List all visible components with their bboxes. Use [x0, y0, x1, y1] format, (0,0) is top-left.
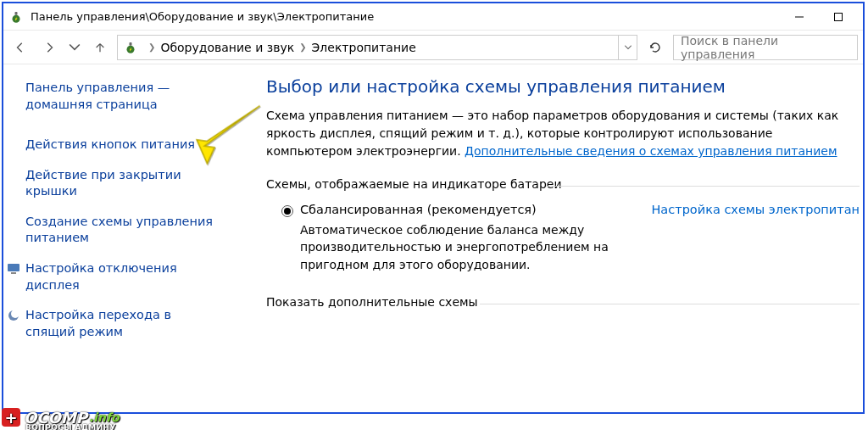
breadcrumb[interactable]: ❯ Оборудование и звук ❯ Электропитание: [117, 35, 637, 60]
content-area: Панель управления — домашняя страница Де…: [3, 64, 863, 412]
watermark-sub: ВОПРОСЫ АДМИНУ: [25, 423, 116, 430]
radio-balanced[interactable]: [281, 205, 293, 217]
search-placeholder: Поиск в панели управления: [681, 34, 850, 61]
page-description: Схема управления питанием — это набор па…: [266, 107, 860, 160]
watermark: + OCOMP .info ВОПРОСЫ АДМИНУ: [2, 408, 120, 427]
plus-icon: +: [2, 408, 20, 427]
sidebar-display-off[interactable]: Настройка отключения дисплея: [25, 260, 231, 293]
svg-rect-1: [15, 12, 18, 15]
svg-rect-6: [8, 264, 19, 271]
divider: [546, 186, 860, 187]
maximize-button[interactable]: [819, 4, 858, 30]
refresh-button[interactable]: [643, 35, 668, 60]
plan-settings-link[interactable]: Настройка схемы электропитан: [651, 203, 860, 216]
breadcrumb-item[interactable]: Электропитание: [312, 41, 416, 54]
plan-row-balanced: Сбалансированная (рекомендуется) Автомат…: [266, 191, 860, 273]
group-title: Схемы, отображаемые на индикаторе батаре…: [266, 177, 562, 191]
moon-icon: [7, 309, 20, 322]
app-icon: [8, 9, 24, 25]
sidebar-sleep[interactable]: Настройка перехода в спящий режим: [25, 307, 231, 340]
show-more-plans[interactable]: Показать дополнительные схемы: [266, 295, 860, 309]
up-button[interactable]: [88, 36, 112, 59]
breadcrumb-item[interactable]: Оборудование и звук: [160, 41, 294, 54]
recent-dropdown[interactable]: [66, 36, 83, 59]
sidebar-lid-action[interactable]: Действие при закрытии крышки: [25, 167, 231, 200]
plan-name: Сбалансированная (рекомендуется): [300, 203, 637, 216]
forward-button[interactable]: [37, 36, 61, 59]
breadcrumb-dropdown[interactable]: [618, 36, 637, 59]
sidebar-create-plan[interactable]: Создание схемы управления питанием: [25, 214, 231, 247]
main-panel: Выбор или настройка схемы управления пит…: [241, 64, 863, 412]
page-title: Выбор или настройка схемы управления пит…: [266, 76, 860, 97]
sidebar-home[interactable]: Панель управления — домашняя страница: [25, 80, 231, 113]
chevron-right-icon: ❯: [148, 42, 155, 52]
watermark-tld: .info: [89, 410, 120, 424]
svg-rect-3: [835, 13, 843, 20]
svg-rect-5: [130, 42, 132, 46]
titlebar: Панель управления\Оборудование и звук\Эл…: [3, 3, 863, 31]
window-title: Панель управления\Оборудование и звук\Эл…: [31, 10, 780, 23]
sidebar-power-buttons[interactable]: Действия кнопок питания: [25, 137, 231, 154]
minimize-button[interactable]: [780, 4, 819, 30]
address-bar: ❯ Оборудование и звук ❯ Электропитание П…: [3, 31, 863, 64]
learn-more-link[interactable]: Дополнительные сведения о схемах управле…: [465, 144, 837, 158]
svg-rect-7: [11, 272, 16, 274]
breadcrumb-icon: [123, 40, 138, 55]
chevron-right-icon: ❯: [299, 42, 306, 52]
window-controls: [780, 4, 858, 30]
search-input[interactable]: Поиск в панели управления: [673, 35, 858, 60]
plans-group: Схемы, отображаемые на индикаторе батаре…: [266, 177, 860, 273]
divider: [480, 304, 860, 304]
plan-description: Автоматическое соблюдение баланса между …: [300, 221, 637, 273]
svg-point-9: [11, 310, 19, 318]
window-frame: Панель управления\Оборудование и звук\Эл…: [2, 2, 865, 414]
monitor-icon: [7, 262, 20, 276]
back-button[interactable]: [8, 36, 32, 59]
sidebar: Панель управления — домашняя страница Де…: [3, 64, 241, 412]
